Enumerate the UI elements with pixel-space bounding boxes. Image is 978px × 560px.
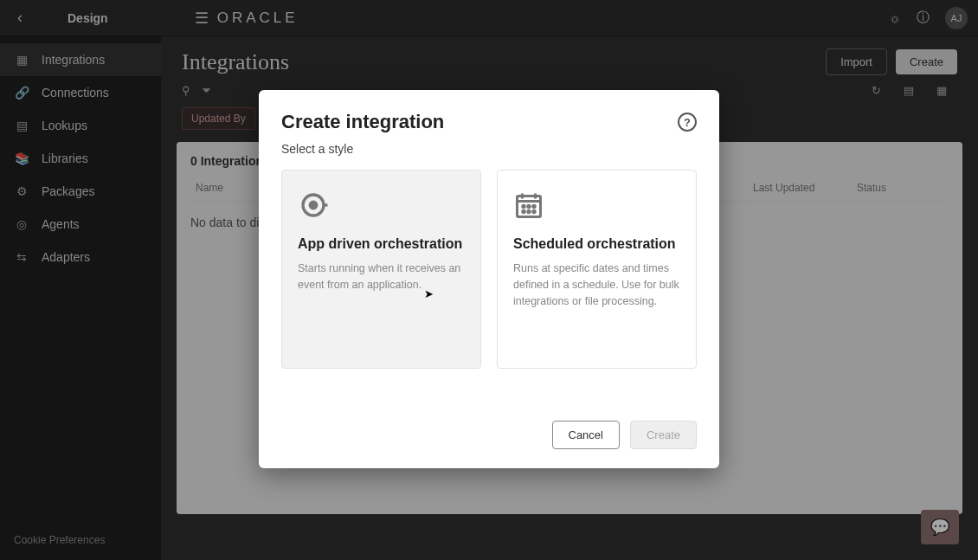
modal-create-button[interactable]: Create (630, 421, 697, 449)
calendar-icon (513, 190, 544, 221)
svg-point-5 (533, 205, 535, 207)
help-icon[interactable]: ? (678, 113, 697, 132)
card-scheduled-orchestration[interactable]: Scheduled orchestration Runs at specific… (497, 170, 697, 369)
svg-point-1 (310, 202, 317, 209)
card-app-driven-orchestration[interactable]: App driven orchestration Starts running … (281, 170, 481, 369)
modal-title: Create integration (281, 111, 444, 133)
modal-subtitle: Select a style (281, 142, 697, 156)
modal-overlay: Create integration ? Select a style App … (0, 0, 978, 560)
card-title: App driven orchestration (298, 236, 465, 252)
card-description: Starts running when it receives an event… (298, 261, 465, 293)
card-description: Runs at specific dates and times defined… (513, 261, 680, 309)
create-integration-modal: Create integration ? Select a style App … (259, 90, 719, 468)
svg-point-6 (523, 210, 524, 212)
card-title: Scheduled orchestration (513, 236, 680, 252)
svg-point-8 (533, 210, 535, 212)
cancel-button[interactable]: Cancel (552, 421, 620, 449)
orchestration-icon (298, 190, 329, 221)
svg-point-7 (528, 210, 530, 212)
svg-point-3 (523, 205, 524, 207)
svg-point-4 (528, 205, 530, 207)
